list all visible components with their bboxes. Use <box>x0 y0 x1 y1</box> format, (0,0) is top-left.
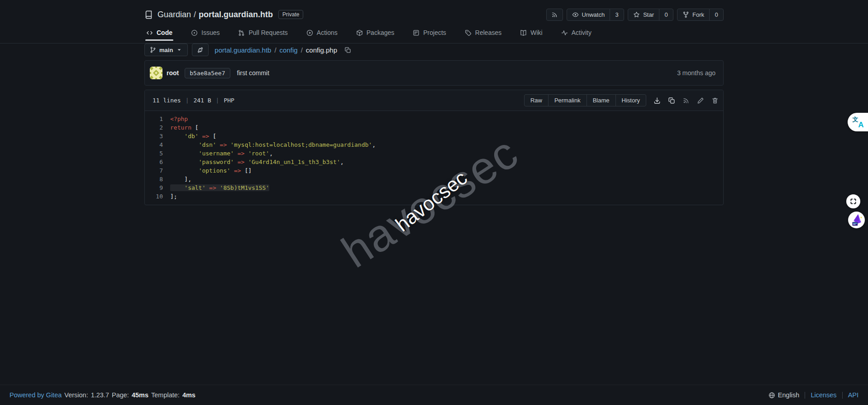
tab-packages[interactable]: Packages <box>355 28 395 43</box>
tab-activity[interactable]: Activity <box>560 28 592 43</box>
line-number[interactable]: 8 <box>145 175 170 183</box>
issue-icon <box>191 29 198 36</box>
api-link[interactable]: API <box>848 391 858 399</box>
avatar[interactable] <box>150 67 162 79</box>
repo-name-link[interactable]: portal.guardian.htb <box>199 10 273 19</box>
watch-button-group: Unwatch 3 <box>567 9 625 21</box>
line-number[interactable]: 3 <box>145 132 170 140</box>
tab-label: Projects <box>423 29 446 36</box>
commit-author-link[interactable]: root <box>167 69 179 77</box>
template-time-label: Template: <box>151 391 180 399</box>
breadcrumb-file: config.php <box>306 46 337 54</box>
breadcrumb-dir-link[interactable]: config <box>280 46 298 54</box>
repo-header: Guardian / portal.guardian.htb Private U… <box>0 0 868 43</box>
star-button[interactable]: Star <box>628 9 659 20</box>
tab-actions[interactable]: Actions <box>305 28 339 43</box>
breadcrumb: portal.guardian.htb / config / config.ph… <box>215 46 351 54</box>
unwatch-label: Unwatch <box>582 11 605 18</box>
delete-file-button[interactable] <box>711 97 719 104</box>
history-button[interactable]: History <box>615 95 646 106</box>
line-content: 'username' => 'root', <box>170 149 273 158</box>
tab-label: Code <box>157 29 172 36</box>
commit-age: 3 months ago <box>677 69 718 77</box>
tab-releases[interactable]: Releases <box>464 28 502 43</box>
commit-message-link[interactable]: first commit <box>237 69 270 77</box>
code-line: 7 'options' => [] <box>145 166 723 175</box>
line-number[interactable]: 1 <box>145 115 170 123</box>
compare-icon <box>197 47 204 53</box>
line-number[interactable]: 7 <box>145 166 170 175</box>
line-content: 'salt' => '8Sb)tM1vs1SS' <box>170 183 269 192</box>
tab-projects[interactable]: Projects <box>412 28 447 43</box>
tab-label: Wiki <box>530 29 542 36</box>
page-time-value: 45ms <box>132 391 148 399</box>
compare-button[interactable] <box>192 43 209 56</box>
translate-button[interactable]: 文 A <box>848 113 868 131</box>
repo-owner-link[interactable]: Guardian <box>157 10 191 19</box>
repo-title: Guardian / portal.guardian.htb <box>157 10 273 19</box>
tab-label: Pull Requests <box>248 29 287 36</box>
copy-path-button[interactable] <box>344 47 351 53</box>
rss-button[interactable] <box>546 9 563 21</box>
line-number[interactable]: 4 <box>145 140 170 149</box>
version-value: 1.23.7 <box>91 391 109 399</box>
tab-pull-requests[interactable]: Pull Requests <box>237 28 288 43</box>
tab-label: Releases <box>475 29 501 36</box>
download-file-button[interactable] <box>653 97 661 104</box>
line-number[interactable]: 9 <box>145 183 170 192</box>
file-header: 11 lines | 241 B | PHP RawPermalinkBlame… <box>145 90 723 111</box>
play-circle-icon <box>306 29 313 36</box>
tab-label: Activity <box>572 29 591 36</box>
tab-wiki[interactable]: Wiki <box>519 28 543 43</box>
footer: Powered by Gitea Version: 1.23.7 Page: 4… <box>0 385 868 405</box>
copy-content-button[interactable] <box>668 97 675 104</box>
repo-title-row: Guardian / portal.guardian.htb Private U… <box>144 8 724 21</box>
star-count[interactable]: 0 <box>659 9 673 20</box>
file-view-main: main portal.guardian.htb / config / conf… <box>144 43 724 205</box>
star-icon <box>633 11 640 18</box>
screenshot-button[interactable] <box>846 194 860 208</box>
powered-by-link[interactable]: Powered by Gitea <box>10 391 62 399</box>
breadcrumb-separator: / <box>274 46 276 54</box>
footer-links: English Licenses API <box>768 391 858 399</box>
edit-file-button[interactable] <box>697 97 704 104</box>
tab-code[interactable]: Code <box>145 28 173 43</box>
blame-button[interactable]: Blame <box>587 95 615 106</box>
code-line: 10]; <box>145 192 723 201</box>
feed-button[interactable] <box>682 97 690 104</box>
tab-issues[interactable]: Issues <box>190 28 220 43</box>
fork-label: Fork <box>692 11 704 18</box>
line-content: 'db' => [ <box>170 132 216 140</box>
page-time-label: Page: <box>112 391 129 399</box>
raw-button[interactable]: Raw <box>525 95 548 106</box>
file-info-divider: | <box>216 97 219 104</box>
code-line: 8 ], <box>145 175 723 183</box>
pulse-icon <box>561 29 568 36</box>
file-info: 11 lines | 241 B | PHP <box>149 97 234 104</box>
fork-count[interactable]: 0 <box>709 9 723 20</box>
code-line: 4 'dsn' => 'mysql:host=localhost;dbname=… <box>145 140 723 149</box>
breadcrumb-repo-link[interactable]: portal.guardian.htb <box>215 46 271 54</box>
code-line: 1<?php <box>145 115 723 123</box>
licenses-link[interactable]: Licenses <box>811 391 836 399</box>
line-content: <?php <box>170 115 188 123</box>
line-number[interactable]: 6 <box>145 158 170 166</box>
book-open-icon <box>520 29 527 36</box>
permalink-button[interactable]: Permalink <box>548 95 587 106</box>
eye-icon <box>572 11 579 18</box>
extension-button[interactable] <box>848 212 865 228</box>
pull-request-icon <box>238 29 245 36</box>
line-number[interactable]: 2 <box>145 123 170 132</box>
commit-hash-link[interactable]: b5ae8a5ee7 <box>185 68 230 78</box>
footer-info: Powered by Gitea Version: 1.23.7 Page: 4… <box>10 391 196 399</box>
watch-count[interactable]: 3 <box>610 9 624 20</box>
version-label: Version: <box>64 391 88 399</box>
capture-frame-icon <box>849 198 857 205</box>
package-icon <box>356 29 363 36</box>
unwatch-button[interactable]: Unwatch <box>567 9 610 20</box>
line-number[interactable]: 5 <box>145 149 170 158</box>
branch-selector[interactable]: main <box>144 43 188 56</box>
fork-button[interactable]: Fork <box>677 9 709 20</box>
language-selector[interactable]: English <box>768 391 800 399</box>
line-number[interactable]: 10 <box>145 192 170 201</box>
